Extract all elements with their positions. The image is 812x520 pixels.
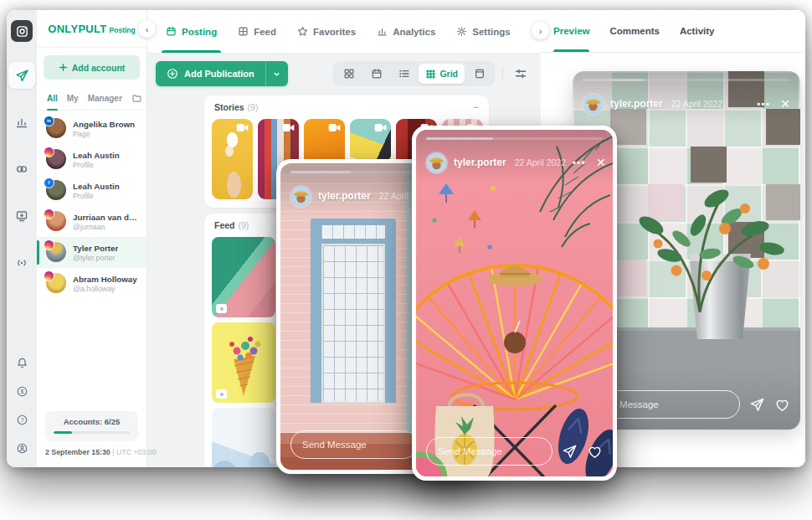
- story-header: tyler.porter 22 April 2022 ••• ✕: [416, 130, 613, 183]
- feed-item-wall[interactable]: [212, 408, 275, 467]
- story-date: 22 April 2022: [671, 99, 722, 109]
- feed-item-leaf[interactable]: [212, 237, 275, 317]
- toolbar: Add Publication: [147, 54, 541, 86]
- avatar: [290, 186, 311, 207]
- calendar-icon: [166, 26, 177, 37]
- logo: ONLYPULT: [48, 23, 106, 35]
- gallery-icon: [216, 304, 227, 313]
- tab-settings[interactable]: Settings: [456, 10, 510, 53]
- tab-analytics[interactable]: Analytics: [377, 10, 435, 53]
- feed-count: (9): [239, 220, 249, 230]
- view-cards-button[interactable]: [336, 64, 362, 84]
- heart-icon[interactable]: [587, 444, 603, 460]
- send-message-input[interactable]: [426, 437, 552, 466]
- stories-collapse-button[interactable]: −: [473, 102, 479, 112]
- logo-suffix: Posting: [110, 26, 136, 34]
- instagram-app-icon[interactable]: [11, 20, 33, 42]
- story-username: tyler.porter: [610, 98, 663, 110]
- feed-item-cone[interactable]: [212, 322, 275, 403]
- filter-tab-all[interactable]: All: [47, 87, 58, 110]
- analytics-nav-icon[interactable]: [8, 109, 35, 136]
- billing-icon[interactable]: $: [10, 380, 33, 402]
- add-account-button[interactable]: Add account: [44, 55, 140, 80]
- multilink-nav-icon[interactable]: [8, 156, 35, 183]
- heart-icon[interactable]: [774, 397, 790, 413]
- grid-view-icon: [425, 69, 436, 80]
- account-row-leah-fb[interactable]: f Leah Austin Profile: [37, 175, 146, 206]
- preview-tabs: › Preview Comments Activity: [541, 10, 805, 53]
- instagram-badge-icon: [44, 209, 54, 219]
- list-view-icon: [398, 68, 410, 80]
- tab-posting[interactable]: Posting: [166, 10, 217, 53]
- datetime-label: 2 September 15:30 | UTC +03:00: [45, 448, 138, 456]
- sidebar-collapse-button[interactable]: ‹: [138, 20, 156, 38]
- tab-favorites[interactable]: Favorites: [297, 10, 356, 53]
- stories-count: (9): [248, 102, 259, 112]
- chart-icon: [377, 26, 388, 37]
- sidebar-footer: Accounts: 6/25 2 September 15:30 | UTC +…: [37, 411, 146, 467]
- instagram-badge-icon: [44, 270, 54, 281]
- close-icon[interactable]: ✕: [596, 157, 606, 168]
- svg-text:?: ?: [20, 416, 23, 424]
- broadcast-nav-icon[interactable]: [8, 250, 35, 276]
- instagram-badge-icon: [44, 239, 54, 250]
- send-message-input[interactable]: [290, 430, 418, 459]
- posting-nav-icon[interactable]: [8, 62, 35, 89]
- filters-button[interactable]: [511, 64, 531, 84]
- view-frame-button[interactable]: [466, 64, 492, 84]
- view-calendar-button[interactable]: [363, 64, 389, 84]
- close-icon[interactable]: ✕: [780, 98, 790, 110]
- add-publication-button[interactable]: Add Publication: [156, 61, 288, 86]
- filter-tab-my[interactable]: My: [67, 87, 79, 110]
- tab-feed[interactable]: Feed: [238, 10, 276, 53]
- instagram-badge-icon: [44, 147, 54, 157]
- video-camera-icon: [282, 123, 295, 132]
- video-camera-icon: [236, 123, 249, 132]
- story-footer: [426, 437, 603, 466]
- svg-text:$: $: [20, 388, 23, 394]
- tab-comments[interactable]: Comments: [609, 10, 659, 52]
- builder-nav-icon[interactable]: [8, 203, 35, 229]
- avatar: [426, 152, 447, 173]
- account-row-abram[interactable]: Abram Holloway @a.holloway: [37, 268, 146, 299]
- video-camera-icon: [328, 123, 341, 132]
- notifications-icon[interactable]: [10, 352, 33, 373]
- account-row-leah-ig[interactable]: Leah Austin Profile: [37, 144, 146, 175]
- account-filter-tabs: All My Manager: [37, 87, 146, 111]
- stories-title: Stories: [214, 102, 244, 112]
- account-row-tyler-selected[interactable]: Tyler Porter @tyler.porter: [37, 237, 146, 268]
- toolbar-divider: [502, 66, 503, 81]
- sliders-icon: [514, 67, 527, 80]
- share-plane-icon[interactable]: [562, 444, 578, 460]
- sidebar: ONLYPULT Posting ‹ Add account All My Ma…: [37, 10, 147, 467]
- profile-icon[interactable]: [10, 437, 33, 459]
- account-list: in Angelika Brown Page Leah Austin Profi…: [37, 111, 146, 411]
- linkedin-badge-icon: in: [44, 116, 54, 126]
- feed-title: Feed: [214, 220, 235, 230]
- tab-preview[interactable]: Preview: [553, 10, 589, 52]
- main-tabs: Posting Feed Favorites Analytics Setting…: [147, 10, 541, 54]
- panel-expand-button[interactable]: ›: [532, 22, 549, 39]
- help-icon[interactable]: ?: [10, 409, 33, 430]
- view-grid-button[interactable]: Grid: [419, 64, 465, 84]
- more-options-icon[interactable]: •••: [757, 99, 770, 109]
- add-publication-caret[interactable]: [265, 61, 288, 86]
- share-plane-icon[interactable]: [749, 397, 765, 413]
- story-username: tyler.porter: [454, 157, 506, 168]
- star-icon: [297, 26, 308, 37]
- gear-icon: [456, 26, 467, 37]
- tab-activity[interactable]: Activity: [680, 10, 715, 52]
- calendar-view-icon: [371, 68, 383, 80]
- cards-view-icon: [343, 68, 355, 80]
- story-thumb-icecream[interactable]: [212, 119, 253, 199]
- view-list-button[interactable]: [391, 64, 417, 84]
- plus-icon: [59, 63, 68, 72]
- folder-icon[interactable]: [131, 93, 142, 104]
- chevron-down-icon: [272, 70, 281, 79]
- account-row-jurriaan[interactable]: Jurriaan van der Broek @jurnaan: [37, 206, 146, 237]
- filter-tab-manager[interactable]: Manager: [88, 87, 122, 110]
- gallery-icon: [216, 389, 227, 399]
- account-row-angelika[interactable]: in Angelika Brown Page: [37, 113, 146, 144]
- more-options-icon[interactable]: •••: [573, 157, 586, 167]
- story-username: tyler.porter: [318, 190, 371, 202]
